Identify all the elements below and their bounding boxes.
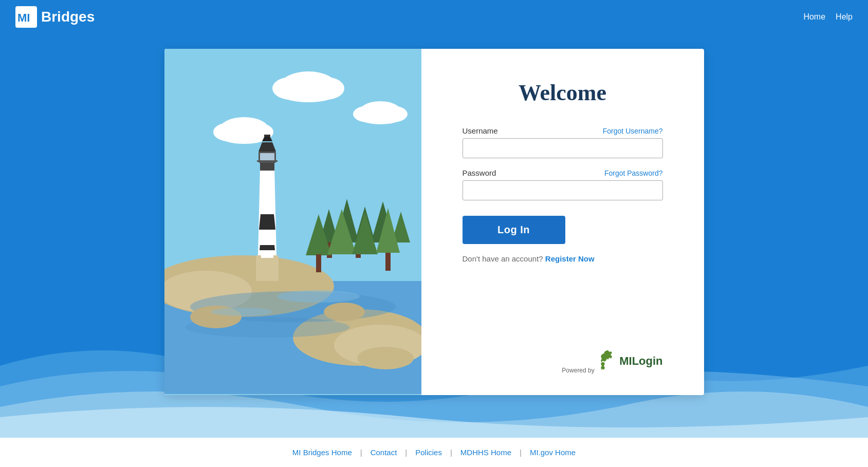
nav-home-link[interactable]: Home bbox=[803, 12, 825, 22]
register-text: Don't have an account? Register Now bbox=[463, 254, 663, 263]
header: MI Bridges Home Help bbox=[0, 0, 868, 33]
svg-rect-48 bbox=[257, 160, 278, 162]
username-row: Username Forgot Username? bbox=[463, 126, 663, 135]
svg-point-6 bbox=[278, 82, 339, 102]
footer: MI Bridges Home | Contact | Policies | M… bbox=[0, 438, 868, 467]
svg-marker-42 bbox=[259, 214, 275, 230]
lighthouse-illustration bbox=[164, 49, 421, 395]
password-label: Password bbox=[463, 169, 496, 177]
bridges-logo-text: Bridges bbox=[41, 9, 95, 25]
login-button[interactable]: Log In bbox=[463, 216, 565, 244]
svg-marker-40 bbox=[258, 168, 276, 255]
milogin-logo: MILogin bbox=[597, 349, 662, 372]
svg-point-54 bbox=[278, 290, 360, 303]
milogin-text: MILogin bbox=[619, 354, 662, 368]
welcome-title: Welcome bbox=[463, 80, 663, 106]
michigan-state-icon bbox=[597, 349, 617, 372]
footer-mdhhs-home[interactable]: MDHHS Home bbox=[452, 448, 520, 457]
password-input[interactable] bbox=[463, 180, 663, 200]
svg-point-10 bbox=[357, 109, 403, 124]
svg-rect-46 bbox=[260, 153, 274, 161]
username-label: Username bbox=[463, 126, 498, 135]
svg-rect-34 bbox=[385, 253, 391, 271]
login-panel: Welcome Username Forgot Username? Passwo… bbox=[421, 49, 704, 395]
forgot-username-link[interactable]: Forgot Username? bbox=[603, 127, 663, 135]
header-nav: Home Help bbox=[803, 12, 853, 22]
footer-mi-bridges-home[interactable]: MI Bridges Home bbox=[284, 448, 360, 457]
svg-marker-43 bbox=[260, 245, 275, 250]
footer-policies[interactable]: Policies bbox=[407, 448, 450, 457]
logo: MI Bridges bbox=[15, 6, 95, 28]
milogin-area: Powered by MILogin bbox=[463, 334, 663, 375]
footer-migov-home[interactable]: MI.gov Home bbox=[522, 448, 584, 457]
svg-text:MI: MI bbox=[17, 11, 30, 24]
svg-rect-33 bbox=[316, 254, 321, 272]
svg-rect-35 bbox=[256, 255, 279, 281]
svg-point-53 bbox=[357, 347, 414, 369]
svg-point-51 bbox=[324, 303, 365, 321]
forgot-password-link[interactable]: Forgot Password? bbox=[604, 169, 663, 177]
footer-contact[interactable]: Contact bbox=[362, 448, 405, 457]
password-row: Password Forgot Password? bbox=[463, 169, 663, 177]
login-card: Welcome Username Forgot Username? Passwo… bbox=[164, 49, 704, 395]
svg-rect-50 bbox=[264, 135, 270, 137]
illustration-panel bbox=[164, 49, 421, 395]
mi-logo-icon: MI bbox=[15, 6, 37, 28]
svg-point-55 bbox=[211, 308, 272, 316]
nav-help-link[interactable]: Help bbox=[836, 12, 853, 22]
register-now-link[interactable]: Register Now bbox=[545, 254, 595, 263]
main-area: Welcome Username Forgot Username? Passwo… bbox=[0, 33, 868, 438]
powered-by-label: Powered by bbox=[562, 367, 594, 374]
username-input[interactable] bbox=[463, 138, 663, 158]
